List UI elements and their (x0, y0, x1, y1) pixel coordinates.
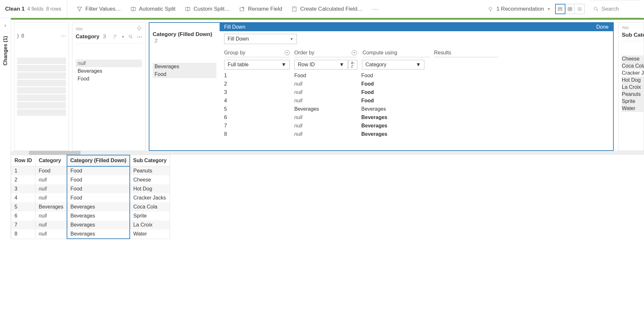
more-actions-button[interactable]: ⋯ (372, 5, 378, 13)
table-cell[interactable]: Water (130, 229, 170, 239)
column-header[interactable]: Category (35, 155, 67, 166)
horizontal-scrollbar[interactable] (11, 151, 644, 155)
profile-view-button[interactable] (555, 4, 565, 14)
table-row[interactable]: 5BeveragesBeveragesCoca Cola (11, 202, 170, 211)
table-cell[interactable]: 3 (11, 184, 35, 193)
table-cell[interactable]: null (35, 193, 67, 202)
column-header[interactable]: Category (Filled Down) (67, 155, 130, 166)
preview-compute: null (294, 88, 361, 97)
table-cell[interactable]: Beverages (67, 220, 130, 229)
table-row[interactable]: 1FoodFoodPeanuts (11, 166, 170, 176)
table-cell[interactable]: 2 (11, 175, 35, 184)
value-row[interactable]: Sprite (622, 98, 644, 105)
value-row[interactable]: Beverages (153, 63, 216, 70)
filter-values-button[interactable]: Filter Values… (76, 6, 121, 12)
table-cell[interactable]: null (35, 184, 67, 193)
value-row[interactable]: Peanuts (622, 91, 644, 98)
table-cell[interactable]: Beverages (35, 202, 67, 211)
value-row[interactable]: La Croix (622, 84, 644, 91)
table-cell[interactable]: null (35, 211, 67, 220)
add-groupby-button[interactable]: + (285, 50, 290, 55)
table-cell[interactable]: Food (67, 193, 130, 202)
profile-card-rowid[interactable]: ) 8 ⋯ (14, 22, 69, 151)
lightbulb-icon[interactable] (136, 26, 142, 32)
sort-direction-button[interactable]: A↓Z (348, 60, 357, 69)
table-cell[interactable]: Sprite (130, 211, 170, 220)
profile-card-category[interactable]: Abc Category 3 ▼ ⋯ nullBeveragesFood (72, 22, 146, 151)
table-cell[interactable]: Food (67, 166, 130, 176)
calc-icon (291, 6, 298, 12)
table-cell[interactable]: Food (67, 175, 130, 184)
table-cell[interactable]: Beverages (67, 202, 130, 211)
value-row[interactable]: Food (76, 75, 142, 83)
table-cell[interactable]: 1 (11, 166, 35, 176)
filldown-left-card[interactable]: Category (Filled Down) 2 BeveragesFood (149, 23, 220, 150)
table-cell[interactable]: Hot Dog (130, 184, 170, 193)
automatic-split-button[interactable]: Automatic Split (130, 6, 175, 12)
table-row[interactable]: 6nullBeveragesSprite (11, 211, 170, 220)
profile-card-subcategory[interactable]: Abc Sub Catego CheeseCoca ColaCracker Ja… (618, 22, 644, 151)
value-row[interactable]: Cracker Ja (622, 69, 644, 77)
profile-pane: ) 8 ⋯ Abc Category 3 (11, 22, 644, 151)
table-cell[interactable]: null (35, 175, 67, 184)
value-row[interactable]: Cheese (622, 55, 644, 62)
preview-result: Food (361, 88, 426, 97)
table-cell[interactable]: Peanuts (130, 166, 170, 176)
table-cell[interactable]: Food (67, 184, 130, 193)
value-row[interactable]: null (76, 60, 142, 67)
done-button[interactable]: Done (596, 24, 609, 30)
value-row[interactable]: Coca Cola (622, 62, 644, 69)
expand-changes-button[interactable]: › (0, 21, 11, 30)
preview-result: Beverages (361, 122, 426, 130)
preview-compute: Beverages (294, 105, 361, 113)
table-cell[interactable]: Cracker Jacks (130, 193, 170, 202)
table-cell[interactable]: Beverages (67, 211, 130, 220)
filldown-type-select[interactable]: Fill Down ▼ (224, 34, 297, 44)
table-cell[interactable]: 5 (11, 202, 35, 211)
table-row[interactable]: 4nullFoodCracker Jacks (11, 193, 170, 202)
rename-field-button[interactable]: Rename Field (239, 6, 282, 12)
list-view-button[interactable] (565, 4, 575, 14)
value-row[interactable]: Food (153, 70, 216, 78)
groupby-select[interactable]: Full table ▼ (224, 60, 290, 69)
search-icon[interactable] (128, 34, 134, 40)
value-row[interactable]: Hot Dog (622, 77, 644, 84)
table-row[interactable]: 7nullBeveragesLa Croix (11, 220, 170, 229)
table-cell[interactable]: Beverages (67, 229, 130, 239)
table-row[interactable]: 8nullBeveragesWater (11, 229, 170, 239)
changes-label[interactable]: Changes (1) (3, 36, 8, 66)
column-header[interactable]: Row ID (11, 155, 35, 166)
step-info: Clean 1 4 fields 8 rows (3, 0, 67, 18)
table-cell[interactable]: null (35, 229, 67, 239)
svg-point-32 (129, 35, 132, 38)
recommendations-button[interactable]: 1 Recommendation ▼ (488, 6, 551, 12)
table-cell[interactable]: Food (35, 166, 67, 176)
table-cell[interactable]: 7 (11, 220, 35, 229)
table-cell[interactable]: 6 (11, 211, 35, 220)
orderby-select[interactable]: Row ID ▼ (294, 60, 348, 69)
value-row[interactable]: Beverages (76, 67, 142, 75)
table-cell[interactable]: Coca Cola (130, 202, 170, 211)
table-cell[interactable]: 4 (11, 193, 35, 202)
table-cell[interactable]: Cheese (130, 175, 170, 184)
table-row[interactable]: 2nullFoodCheese (11, 175, 170, 184)
search-box[interactable]: Search (589, 0, 641, 18)
table-cell[interactable]: null (35, 220, 67, 229)
more-icon[interactable]: ⋯ (61, 33, 66, 39)
grid-view-button[interactable] (575, 4, 584, 14)
fields-count: 4 fields (27, 6, 43, 12)
table-cell[interactable]: 8 (11, 229, 35, 239)
preview-result: Food (361, 71, 426, 80)
table-row[interactable]: 3nullFoodHot Dog (11, 184, 170, 193)
lightbulb-icon (488, 6, 493, 12)
sort-icon[interactable] (112, 34, 118, 40)
add-orderby-button[interactable]: + (352, 50, 357, 55)
create-calc-button[interactable]: Create Calculated Field… (291, 6, 363, 12)
table-cell[interactable]: La Croix (130, 220, 170, 229)
more-icon[interactable]: ⋯ (137, 34, 142, 40)
column-header[interactable]: Sub Category (130, 155, 170, 166)
custom-split-button[interactable]: Custom Split… (185, 6, 230, 12)
value-row[interactable]: Water (622, 105, 644, 112)
chevron-down-icon[interactable]: ▼ (121, 35, 125, 39)
compute-select[interactable]: Category ▼ (362, 60, 424, 69)
